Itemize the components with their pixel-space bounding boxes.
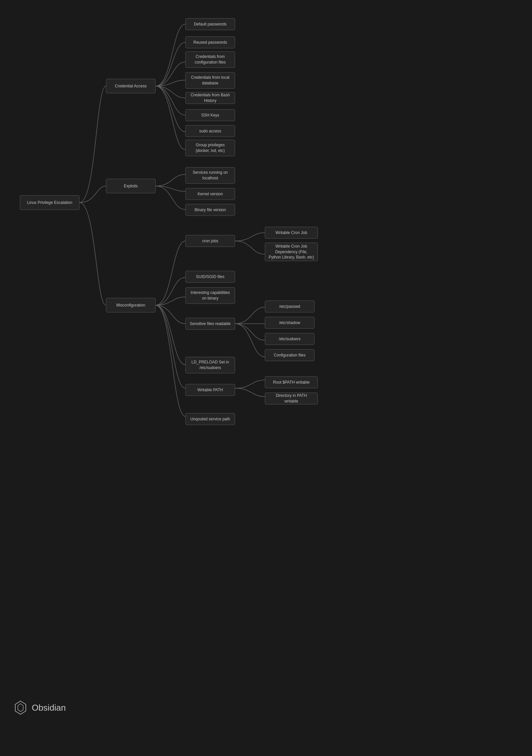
services-localhost-node: Services running on localhost xyxy=(185,167,235,184)
svg-marker-0 xyxy=(15,701,26,714)
cred-bash-history-node: Credentials from Bash History xyxy=(185,92,235,104)
obsidian-logo-text: Obsidian xyxy=(32,703,66,713)
cred-local-db-node: Credentials from local database xyxy=(185,72,235,89)
sudo-access-node: sudo access xyxy=(185,125,235,137)
connector-lines xyxy=(0,0,532,728)
root-node: Linux Privilege Escalation xyxy=(20,195,79,210)
writable-cron-dep-node: Writable Cron Job Dependency (File, Pyth… xyxy=(265,243,318,261)
sensitive-files-node: Sensitive files readable xyxy=(185,318,235,330)
cron-jobs-node: cron jobs xyxy=(185,235,235,247)
writable-path-node: Writable PATH xyxy=(185,384,235,396)
root-path-writable-node: Root $PATH writable xyxy=(265,376,318,388)
exploits-node: Exploits xyxy=(106,179,156,193)
svg-marker-1 xyxy=(18,704,23,712)
etc-shadow-node: /etc/shadow xyxy=(265,317,314,329)
misconfiguration-node: Misconfiguration xyxy=(106,298,156,312)
etc-sudoers-node: /etc/sudoers xyxy=(265,333,314,345)
obsidian-logo-icon xyxy=(13,700,28,715)
etc-passwd-node: /etc/passwd xyxy=(265,301,314,312)
suid-sgid-node: SUID/SGID files xyxy=(185,271,235,283)
cred-config-files-node: Credentials from configuration files xyxy=(185,51,235,68)
default-passwords-node: Default passwords xyxy=(185,18,235,30)
binary-version-node: Binary file version xyxy=(185,204,235,216)
config-files-node: Configuration files xyxy=(265,349,314,361)
ssh-keys-node: SSH Keys xyxy=(185,109,235,121)
unquoted-service-node: Unqouted service path xyxy=(185,413,235,425)
reused-passwords-node: Reused passwords xyxy=(185,36,235,48)
dir-path-writable-node: Directory in PATH writable xyxy=(265,393,318,404)
credential-access-node: Credential Access xyxy=(106,79,156,93)
interesting-caps-node: Interesting capabilities on binary xyxy=(185,287,235,304)
group-privileges-node: Group privileges (docker, lxd, etc) xyxy=(185,140,235,156)
writable-cron-job-node: Writable Cron Job xyxy=(265,227,318,239)
mind-map-canvas: Linux Privilege Escalation Credential Ac… xyxy=(0,0,532,728)
ld-preload-node: LD_PRELOAD Set in /etc/sudoers xyxy=(185,357,235,373)
obsidian-logo: Obsidian xyxy=(13,700,66,715)
kernel-version-node: Kernel version xyxy=(185,188,235,200)
